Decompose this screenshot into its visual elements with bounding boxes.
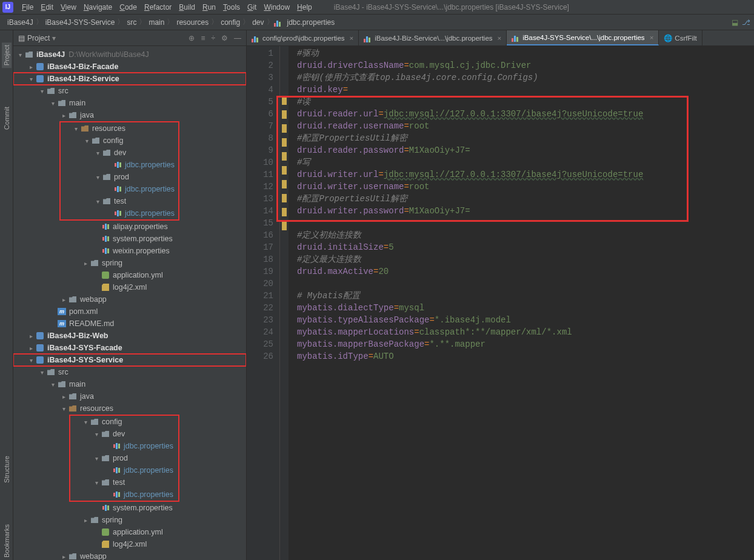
code-line[interactable] — [297, 278, 754, 290]
tree-item[interactable]: ▾main — [13, 378, 246, 390]
menu-tools[interactable]: Tools — [219, 2, 244, 13]
tree-item[interactable]: ▸iBase4J-SYS-Facade — [13, 342, 246, 354]
chevron-down-icon[interactable]: ▾ — [93, 174, 102, 181]
chevron-right-icon[interactable]: ▸ — [27, 64, 35, 70]
tree-item[interactable]: jdbc.properties — [61, 207, 178, 219]
tree-item[interactable]: ▾prod — [70, 452, 178, 464]
tree-item[interactable]: ▸java — [13, 109, 246, 121]
chevron-down-icon[interactable]: ▾ — [92, 479, 101, 486]
code-line[interactable]: #读 — [297, 96, 754, 108]
tree-item[interactable]: jdbc.properties — [70, 488, 178, 501]
chevron-down-icon[interactable]: ▾ — [27, 357, 35, 364]
code-line[interactable]: #配置PropertiesUtil解密 — [297, 193, 754, 205]
menu-view[interactable]: View — [57, 2, 80, 13]
tree-item[interactable]: ▸iBase4J-Biz-Facade — [13, 61, 246, 73]
tree-item[interactable]: ▸webapp — [13, 550, 246, 560]
code-line[interactable]: #配置PropertiesUtil解密 — [297, 132, 754, 144]
menu-run[interactable]: Run — [199, 2, 219, 13]
project-root[interactable]: ▾iBase4JD:\Work\withub\iBase4J — [13, 48, 246, 61]
code-line[interactable]: mybatis.mapperBasePackage=*.**.mapper — [297, 338, 754, 350]
chevron-right-icon[interactable]: ▸ — [27, 345, 35, 352]
dropdown-icon[interactable]: ▾ — [52, 34, 56, 42]
module-sys-service[interactable]: ▾iBase4J-SYS-Service — [13, 354, 246, 366]
code-line[interactable]: druid.key= — [297, 84, 754, 96]
tree-item[interactable]: README.md — [13, 318, 246, 330]
menu-navigate[interactable]: Navigate — [80, 2, 116, 13]
chevron-down-icon[interactable]: ▾ — [16, 52, 24, 58]
code-line[interactable]: druid.reader.username=root — [297, 120, 754, 132]
chevron-right-icon[interactable]: ▸ — [59, 112, 68, 119]
menu-code[interactable]: Code — [116, 2, 141, 13]
chevron-down-icon[interactable]: ▾ — [82, 138, 91, 144]
tree-item[interactable]: ▾resources — [61, 122, 178, 135]
tree-item[interactable]: ▾src — [13, 85, 246, 97]
code-line[interactable]: #定义最大连接数 — [297, 253, 754, 265]
crumb[interactable]: src — [124, 18, 139, 27]
menu-help[interactable]: Help — [293, 2, 316, 13]
code-line[interactable]: druid.driverClassName=com.mysql.cj.jdbc.… — [297, 59, 754, 72]
tree-item[interactable]: application.yml — [13, 526, 246, 538]
module-biz-service[interactable]: ▾iBase4J-Biz-Service — [13, 73, 246, 85]
tree-item[interactable]: jdbc.properties — [61, 183, 178, 195]
code-line[interactable]: druid.reader.url=jdbc:mysql://127.0.0.1:… — [297, 108, 754, 120]
git-icon[interactable]: ⎇ — [742, 18, 750, 27]
chevron-right-icon[interactable]: ▸ — [81, 517, 90, 524]
select-opened-icon[interactable]: ⊕ — [189, 34, 195, 42]
tree-item[interactable]: jdbc.properties — [70, 440, 178, 452]
crumb[interactable]: jdbc.properties — [285, 18, 338, 27]
chevron-down-icon[interactable]: ▾ — [38, 88, 46, 95]
editor-tab[interactable]: iBase4J-SYS-Service\...\jdbc.properties× — [507, 30, 659, 45]
close-icon[interactable]: × — [498, 35, 502, 42]
code-line[interactable]: druid.writer.username=root — [297, 181, 754, 193]
crumb[interactable]: main — [146, 18, 167, 27]
code-line[interactable]: mybatis.idType=AUTO — [297, 350, 754, 362]
chevron-down-icon[interactable]: ▾ — [72, 125, 80, 132]
chevron-right-icon[interactable]: ▸ — [59, 393, 68, 400]
tree-item[interactable]: ▾prod — [61, 171, 178, 183]
tree-item[interactable]: ▾dev — [70, 428, 178, 440]
chevron-down-icon[interactable]: ▾ — [93, 198, 102, 205]
tree-item[interactable]: ▾main — [13, 97, 246, 109]
tree-item[interactable]: system.properties — [13, 233, 246, 245]
code-line[interactable]: druid.reader.password=M1XaoOiy+J7= — [297, 144, 754, 156]
tool-tab-commit[interactable]: Commit — [2, 104, 12, 132]
menu-refactor[interactable]: Refactor — [141, 2, 175, 13]
chevron-down-icon[interactable]: ▾ — [48, 100, 57, 107]
tree-item[interactable]: ▸webapp — [13, 293, 246, 305]
editor-tab[interactable]: iBase4J-Biz-Service\...\jdbc.properties× — [359, 30, 507, 45]
code-area[interactable]: #驱动druid.driverClassName=com.mysql.cj.jd… — [289, 46, 754, 560]
tree-item[interactable]: ▾dev — [61, 147, 178, 159]
tree-item[interactable]: ▾test — [70, 476, 178, 488]
chevron-down-icon[interactable]: ▾ — [38, 369, 46, 376]
editor-tab[interactable]: config\prod\jdbc.properties× — [247, 30, 359, 45]
close-icon[interactable]: × — [650, 34, 654, 41]
tree-item[interactable]: log4j2.xml — [13, 538, 246, 550]
settings-icon[interactable]: ⚙ — [221, 34, 228, 42]
chevron-down-icon[interactable]: ▾ — [81, 419, 90, 425]
menu-build[interactable]: Build — [175, 2, 199, 13]
tree-item[interactable]: ▾config — [61, 135, 178, 147]
code-line[interactable]: druid.writer.url=jdbc:mysql://127.0.0.1:… — [297, 168, 754, 181]
tree-item[interactable]: jdbc.properties — [70, 464, 178, 476]
tree-item[interactable]: ▾test — [61, 195, 178, 207]
chevron-down-icon[interactable]: ▾ — [92, 455, 101, 462]
chevron-right-icon[interactable]: ▸ — [59, 553, 68, 560]
crumb[interactable]: iBase4J-SYS-Service — [43, 18, 118, 27]
tree-item[interactable]: ▸iBase4J-Biz-Web — [13, 330, 246, 342]
hide-icon[interactable]: — — [234, 34, 241, 42]
code-line[interactable] — [297, 217, 754, 229]
menu-window[interactable]: Window — [260, 2, 293, 13]
code-line[interactable]: mybatis.mapperLocations=classpath*:**/ma… — [297, 326, 754, 338]
code-line[interactable]: #写 — [297, 156, 754, 168]
code-line[interactable]: druid.initialSize=5 — [297, 241, 754, 253]
tree-item[interactable]: application.yml — [13, 269, 246, 281]
menu-file[interactable]: File — [18, 2, 37, 13]
code-line[interactable]: druid.writer.password=M1XaoOiy+J7= — [297, 205, 754, 217]
collapse-all-icon[interactable]: ÷ — [211, 34, 215, 42]
tree-item[interactable]: ▸spring — [13, 514, 246, 526]
tree-item[interactable]: weixin.properties — [13, 245, 246, 257]
expand-all-icon[interactable]: ≡ — [201, 34, 205, 42]
tree-item[interactable]: ▸spring — [13, 257, 246, 269]
tree-item[interactable]: log4j2.xml — [13, 281, 246, 293]
tool-tab-bookmarks[interactable]: Bookmarks — [2, 522, 12, 560]
